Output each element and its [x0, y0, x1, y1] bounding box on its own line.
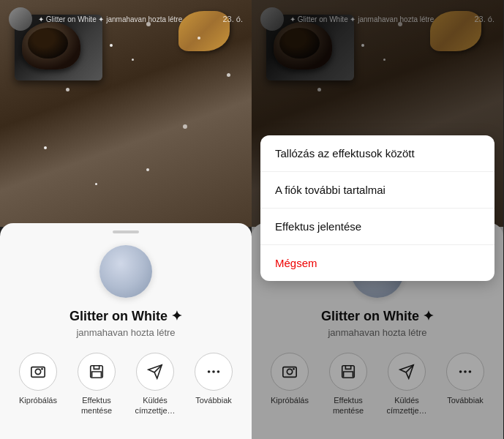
send-button-right[interactable]: Küldéscímzettje…	[383, 353, 430, 416]
save-label-right: Effektusmentése	[333, 395, 364, 416]
story-time-right: 23. ó.	[474, 15, 494, 23]
right-panel: ✦ Glitter on White ✦ janmahavan hozta lé…	[252, 0, 503, 439]
try-icon-circle-right[interactable]	[271, 353, 309, 391]
effect-preview	[99, 245, 152, 298]
menu-item-cancel[interactable]: Mégsem	[260, 245, 494, 281]
svg-point-6	[217, 370, 220, 373]
more-label: Továbbiak	[195, 395, 232, 405]
left-panel: ✦ Glitter on White ✦ janmahavan hozta lé…	[0, 0, 252, 439]
menu-item-browse[interactable]: Tallózás az effektusok között	[260, 135, 494, 172]
more-icon-circle-right[interactable]	[446, 353, 484, 391]
svg-point-1	[35, 369, 40, 374]
more-button-right[interactable]: Továbbiak	[442, 353, 489, 416]
try-icon-circle[interactable]	[19, 353, 57, 391]
avatar-right	[260, 7, 284, 31]
menu-item-account[interactable]: A fiók további tartalmai	[260, 172, 494, 209]
effect-creator: janmahavan hozta létre	[76, 327, 175, 338]
action-buttons-right: Kipróbálás Effektusmentése	[255, 353, 500, 416]
save-label: Effektusmentése	[81, 395, 112, 416]
diamond-icon: ✦	[171, 308, 182, 324]
menu-item-report[interactable]: Effektus jelentése	[260, 209, 494, 245]
save-icon-circle[interactable]	[78, 353, 116, 391]
send-label: Küldéscímzettje…	[135, 395, 175, 416]
svg-point-5	[212, 370, 215, 373]
action-buttons: Kipróbálás Effektusmentése	[3, 353, 249, 416]
more-icon-circle[interactable]	[195, 353, 233, 391]
effect-creator-right: janmahavan hozta létre	[328, 327, 426, 338]
effect-name-right: Glitter on White	[321, 309, 419, 324]
save-button[interactable]: Effektusmentése	[73, 353, 120, 416]
story-subtitle-right: ✦ Glitter on White ✦ janmahavan hozta lé…	[290, 15, 468, 23]
sheet-handle	[113, 230, 139, 233]
effect-title-right: Glitter on White ✦	[321, 308, 434, 324]
try-label-right: Kipróbálás	[271, 395, 309, 405]
svg-point-11	[459, 370, 462, 373]
save-icon-circle-right[interactable]	[329, 353, 367, 391]
send-icon-circle-right[interactable]	[388, 353, 426, 391]
effect-name-text: Glitter on White	[69, 309, 168, 324]
svg-point-12	[464, 370, 467, 373]
story-subtitle: ✦ Glitter on White ✦ janmahavan hozta lé…	[38, 15, 217, 23]
bottom-sheet: Glitter on White ✦ janmahavan hozta létr…	[0, 223, 252, 439]
try-button[interactable]: Kipróbálás	[15, 353, 61, 416]
try-button-right[interactable]: Kipróbálás	[266, 353, 313, 416]
story-time: 23. ó.	[222, 15, 243, 23]
send-button[interactable]: Küldéscímzettje…	[132, 353, 178, 416]
send-label-right: Küldéscímzettje…	[386, 395, 426, 416]
svg-point-13	[469, 370, 472, 373]
story-background: ✦ Glitter on White ✦ janmahavan hozta lé…	[0, 0, 252, 227]
more-button[interactable]: Továbbiak	[190, 353, 237, 416]
save-button-right[interactable]: Effektusmentése	[325, 353, 372, 416]
story-meta-right: ✦ Glitter on White ✦ janmahavan hozta lé…	[290, 15, 468, 23]
svg-point-2	[41, 368, 43, 370]
story-meta: ✦ Glitter on White ✦ janmahavan hozta lé…	[38, 15, 217, 23]
svg-point-4	[208, 370, 211, 373]
svg-point-8	[287, 369, 292, 374]
effect-title: Glitter on White ✦	[69, 308, 182, 324]
svg-point-9	[293, 368, 295, 370]
story-header: ✦ Glitter on White ✦ janmahavan hozta lé…	[0, 0, 252, 38]
story-header-right: ✦ Glitter on White ✦ janmahavan hozta lé…	[252, 0, 503, 38]
diamond-icon-right: ✦	[423, 308, 434, 324]
avatar	[9, 7, 32, 31]
context-menu: Tallózás az effektusok között A fiók tov…	[260, 135, 494, 281]
more-label-right: Továbbiak	[447, 395, 484, 405]
try-label: Kipróbálás	[19, 395, 57, 405]
send-icon-circle[interactable]	[136, 353, 174, 391]
